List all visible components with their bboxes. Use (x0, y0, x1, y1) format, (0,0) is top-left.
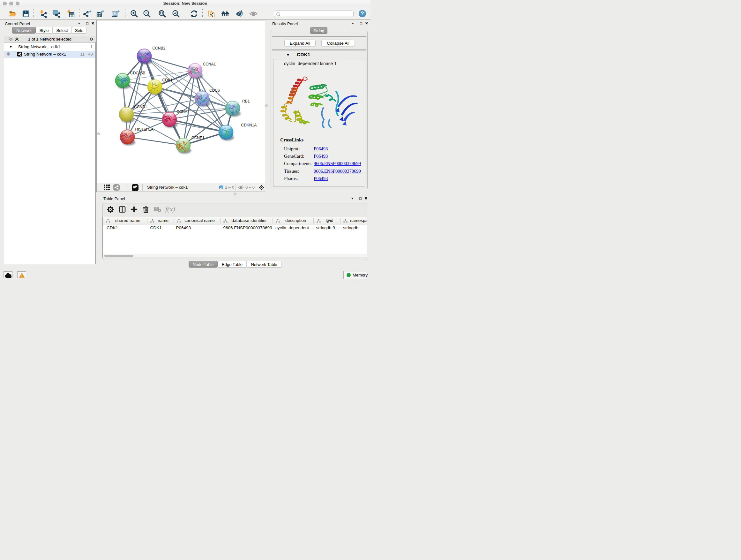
svg-text:CDC25B: CDC25B (130, 71, 145, 75)
svg-text:CDKN1A: CDKN1A (241, 123, 257, 127)
svg-text:CCNE1: CCNE1 (192, 136, 205, 140)
svg-text:CCNB1: CCNB1 (134, 105, 147, 109)
svg-text:CCNA2: CCNA2 (177, 110, 190, 114)
svg-text:CDC6: CDC6 (209, 88, 220, 92)
svg-text:HIST1H1A: HIST1H1A (135, 127, 153, 132)
svg-text:CCNB2: CCNB2 (152, 46, 165, 51)
svg-text:CCNA1: CCNA1 (203, 62, 216, 66)
svg-text:RB1: RB1 (242, 99, 250, 104)
svg-text:CDK1: CDK1 (162, 78, 173, 82)
